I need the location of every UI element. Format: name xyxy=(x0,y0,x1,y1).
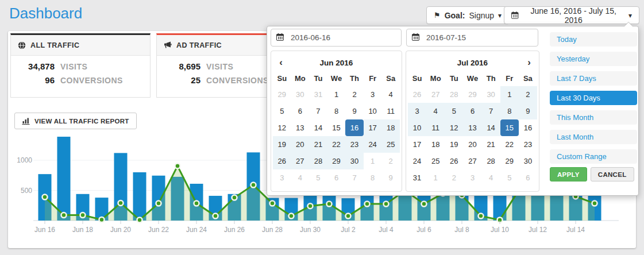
calendar-day[interactable]: 27 xyxy=(426,86,445,103)
range-option-custom-range[interactable]: Custom Range xyxy=(550,149,637,164)
calendar-day[interactable]: 5 xyxy=(500,169,519,186)
goal-selector-button[interactable]: ⚑ Goal: Signup ▾ xyxy=(426,6,509,24)
calendar-day[interactable]: 27 xyxy=(463,153,481,169)
calendar-day[interactable]: 18 xyxy=(381,119,400,136)
calendar-day[interactable]: 30 xyxy=(482,86,500,103)
range-option-last-month[interactable]: Last Month xyxy=(550,130,637,144)
calendar-day[interactable]: 22 xyxy=(500,136,519,153)
calendar-day[interactable]: 29 xyxy=(327,153,346,169)
calendar-day[interactable]: 20 xyxy=(463,136,481,153)
calendar-day[interactable]: 30 xyxy=(345,153,364,169)
calendar-next-icon[interactable]: › xyxy=(521,57,537,68)
range-option-today[interactable]: Today xyxy=(550,32,637,47)
cancel-button[interactable]: CANCEL xyxy=(591,167,634,181)
calendar-day[interactable]: 12 xyxy=(445,119,463,136)
calendar-day[interactable]: 22 xyxy=(327,136,346,153)
calendar-day[interactable]: 2 xyxy=(519,86,537,103)
calendar-day[interactable]: 17 xyxy=(408,136,426,153)
calendar-day[interactable]: 6 xyxy=(291,103,310,119)
calendar-day[interactable]: 2 xyxy=(381,153,400,169)
end-date-input[interactable] xyxy=(406,29,538,47)
calendar-day[interactable]: 29 xyxy=(273,86,291,103)
calendar-day[interactable]: 8 xyxy=(500,103,519,119)
calendar-day[interactable]: 18 xyxy=(426,136,445,153)
calendar-day[interactable]: 27 xyxy=(291,153,310,169)
calendar-day[interactable]: 14 xyxy=(482,119,500,136)
calendar-day[interactable]: 13 xyxy=(463,119,481,136)
range-option-last-30-days[interactable]: Last 30 Days xyxy=(550,91,637,105)
calendar-prev-icon[interactable]: ‹ xyxy=(273,57,289,68)
calendar-day[interactable]: 10 xyxy=(408,119,426,136)
calendar-day[interactable]: 4 xyxy=(426,103,445,119)
calendar-day[interactable]: 26 xyxy=(445,153,463,169)
view-all-traffic-report-button[interactable]: VIEW ALL TRAFFIC REPORT xyxy=(14,113,137,129)
calendar-day[interactable]: 25 xyxy=(381,136,400,153)
calendar-day[interactable]: 19 xyxy=(445,136,463,153)
calendar-day[interactable]: 30 xyxy=(291,86,310,103)
calendar-day[interactable]: 7 xyxy=(309,103,327,119)
calendar-day[interactable]: 26 xyxy=(408,86,426,103)
calendar-day[interactable]: 3 xyxy=(364,86,382,103)
range-option-yesterday[interactable]: Yesterday xyxy=(550,52,637,66)
calendar-day[interactable]: 28 xyxy=(482,153,500,169)
calendar-day[interactable]: 19 xyxy=(273,136,291,153)
calendar-day[interactable]: 8 xyxy=(364,169,382,186)
calendar-day[interactable]: 4 xyxy=(482,169,500,186)
calendar-day[interactable]: 29 xyxy=(500,153,519,169)
calendar-day[interactable]: 3 xyxy=(463,169,481,186)
calendar-day[interactable]: 15 xyxy=(327,119,346,136)
calendar-day[interactable]: 24 xyxy=(364,136,382,153)
range-option-last-7-days[interactable]: Last 7 Days xyxy=(550,71,637,86)
calendar-day[interactable]: 1 xyxy=(327,86,346,103)
calendar-day[interactable]: 21 xyxy=(309,136,327,153)
calendar-day[interactable]: 24 xyxy=(408,153,426,169)
calendar-day[interactable]: 1 xyxy=(500,86,519,103)
calendar-day[interactable]: 2 xyxy=(345,86,364,103)
calendar-day[interactable]: 8 xyxy=(327,103,346,119)
calendar-day[interactable]: 23 xyxy=(345,136,364,153)
calendar-day[interactable]: 20 xyxy=(291,136,310,153)
calendar-day[interactable]: 3 xyxy=(273,169,291,186)
calendar-day[interactable]: 11 xyxy=(426,119,445,136)
calendar-day[interactable]: 12 xyxy=(273,119,291,136)
calendar-day[interactable]: 31 xyxy=(408,169,426,186)
calendar-day[interactable]: 5 xyxy=(309,169,327,186)
apply-button[interactable]: APPLY xyxy=(550,167,587,181)
calendar-day[interactable]: 1 xyxy=(364,153,382,169)
calendar-day[interactable]: 31 xyxy=(309,86,327,103)
calendar-day[interactable]: 15 xyxy=(500,119,519,136)
calendar-day[interactable]: 17 xyxy=(364,119,382,136)
calendar-day[interactable]: 23 xyxy=(519,136,537,153)
calendar-day[interactable]: 11 xyxy=(381,103,400,119)
calendar-day[interactable]: 29 xyxy=(463,86,481,103)
calendar-day[interactable]: 9 xyxy=(519,103,537,119)
calendar-day[interactable]: 6 xyxy=(463,103,481,119)
calendar-day[interactable]: 21 xyxy=(482,136,500,153)
calendar-day[interactable]: 14 xyxy=(309,119,327,136)
calendar-day[interactable]: 9 xyxy=(381,169,400,186)
calendar-day[interactable]: 7 xyxy=(482,103,500,119)
range-option-this-month[interactable]: This Month xyxy=(550,110,637,125)
calendar-day[interactable]: 4 xyxy=(291,169,310,186)
calendar-day[interactable]: 4 xyxy=(381,86,400,103)
calendar-day[interactable]: 25 xyxy=(426,153,445,169)
calendar-day[interactable]: 5 xyxy=(445,103,463,119)
calendar-day[interactable]: 16 xyxy=(345,119,364,136)
calendar-day[interactable]: 28 xyxy=(309,153,327,169)
calendar-day[interactable]: 30 xyxy=(519,153,537,169)
date-range-button[interactable]: June 16, 2016 - July 15, 2016 ▾ xyxy=(504,6,639,24)
calendar-day[interactable]: 16 xyxy=(519,119,537,136)
calendar-day[interactable]: 13 xyxy=(291,119,310,136)
calendar-day[interactable]: 10 xyxy=(364,103,382,119)
calendar-day[interactable]: 6 xyxy=(327,169,346,186)
calendar-day[interactable]: 7 xyxy=(345,169,364,186)
calendar-day[interactable]: 6 xyxy=(519,169,537,186)
calendar-day[interactable]: 2 xyxy=(445,169,463,186)
calendar-day[interactable]: 28 xyxy=(445,86,463,103)
calendar-day[interactable]: 26 xyxy=(273,153,291,169)
calendar-day[interactable]: 3 xyxy=(408,103,426,119)
calendar-day[interactable]: 9 xyxy=(345,103,364,119)
calendar-day[interactable]: 1 xyxy=(426,169,445,186)
calendar-day[interactable]: 5 xyxy=(273,103,291,119)
start-date-input[interactable] xyxy=(271,29,402,47)
